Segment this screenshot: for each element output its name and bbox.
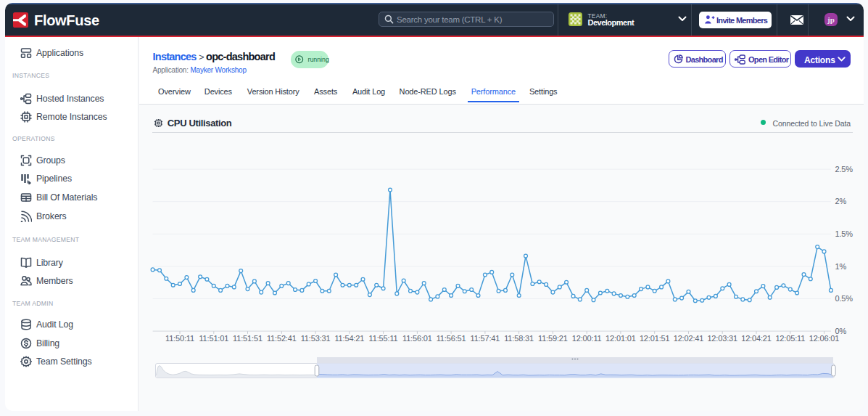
svg-text:12:01:01: 12:01:01 (605, 334, 636, 343)
svg-text:12:06:01: 12:06:01 (809, 334, 840, 343)
svg-text:11:59:21: 11:59:21 (538, 334, 568, 343)
svg-text:2%: 2% (835, 197, 847, 205)
svg-text:12:03:31: 12:03:31 (707, 334, 737, 343)
svg-text:11:54:21: 11:54:21 (334, 334, 364, 343)
svg-text:12:01:51: 12:01:51 (640, 334, 670, 343)
svg-text:1%: 1% (835, 262, 847, 271)
svg-text:11:55:11: 11:55:11 (369, 334, 398, 343)
svg-text:11:50:11: 11:50:11 (165, 334, 194, 343)
svg-text:12:04:21: 12:04:21 (741, 334, 772, 343)
svg-text:2.5%: 2.5% (835, 165, 853, 174)
svg-text:11:56:51: 11:56:51 (437, 334, 466, 343)
svg-text:12:05:11: 12:05:11 (775, 334, 805, 343)
svg-text:11:53:31: 11:53:31 (301, 334, 331, 343)
svg-text:11:52:41: 11:52:41 (267, 334, 297, 343)
svg-text:11:51:51: 11:51:51 (233, 334, 263, 343)
svg-text:12:00:11: 12:00:11 (572, 334, 602, 343)
svg-text:0.5%: 0.5% (835, 294, 853, 303)
svg-text:11:51:01: 11:51:01 (199, 334, 228, 343)
svg-text:11:56:01: 11:56:01 (402, 334, 432, 343)
svg-text:11:58:31: 11:58:31 (504, 334, 534, 343)
svg-text:11:57:41: 11:57:41 (470, 334, 500, 343)
svg-text:12:02:41: 12:02:41 (674, 334, 704, 343)
svg-text:1.5%: 1.5% (835, 229, 853, 238)
